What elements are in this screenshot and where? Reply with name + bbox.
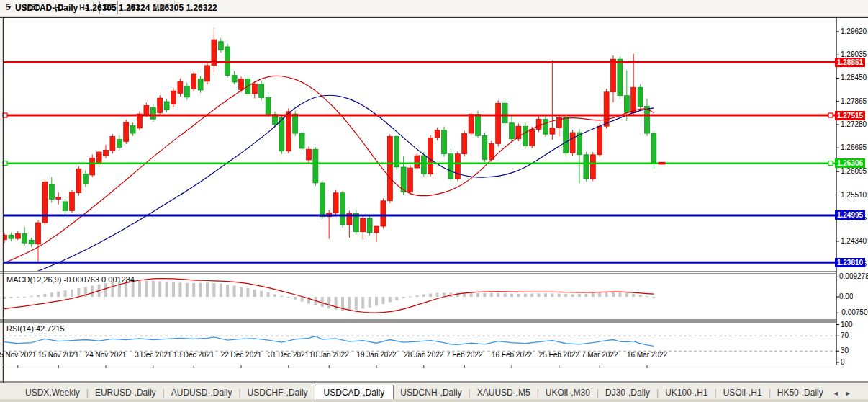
chart-tab-uk100-h1[interactable]: UK100-,H1 (659, 385, 714, 400)
macd-histogram-bar (50, 292, 53, 297)
macd-histogram-bar (470, 293, 473, 297)
macd-histogram-bar (294, 297, 297, 300)
macd-histogram-bar (321, 297, 324, 307)
macd-histogram-bar (578, 294, 581, 297)
candle-body (638, 87, 643, 106)
candle-body (252, 84, 257, 94)
candle-body (110, 136, 115, 151)
tab-scroll-right-icon[interactable]: ► (842, 387, 854, 400)
price-tick-label: 1.27280 (841, 120, 867, 128)
macd-histogram-bar (260, 291, 263, 297)
rsi-tick-label: 70 (841, 331, 849, 339)
candle-body (104, 150, 109, 156)
price-level-badge: 1.27515 (835, 111, 865, 120)
macd-tick-label: 0.00 (839, 292, 853, 300)
candle-body (49, 184, 54, 199)
macd-histogram-bar (233, 286, 236, 297)
macd-histogram-bar (17, 297, 19, 298)
candle-body (448, 154, 453, 179)
macd-histogram-bar (402, 297, 405, 298)
date-tick-label: 22 Dec 2021 (218, 351, 264, 359)
macd-histogram-bar (111, 282, 114, 297)
price-tick-label: 1.27865 (841, 97, 867, 105)
macd-histogram-bar (43, 294, 46, 297)
macd-histogram-bar (152, 281, 155, 297)
macd-histogram-bar (551, 293, 553, 297)
chart-graphics (0, 0, 868, 402)
macd-histogram-bar (530, 294, 533, 297)
macd-histogram-bar (415, 295, 418, 297)
macd-histogram-bar (192, 283, 195, 297)
candle-body (428, 138, 433, 174)
macd-histogram-bar (178, 282, 181, 297)
chart-tab-audusd-daily[interactable]: AUDUSD-,Daily (165, 385, 239, 400)
candle-body (523, 126, 528, 146)
chart-menu-triangle-icon[interactable]: ▼ (6, 4, 12, 11)
macd-histogram-bar (172, 282, 175, 297)
candle-body (9, 235, 14, 238)
date-tick-label: 10 Jan 2022 (306, 351, 352, 359)
macd-histogram-bar (524, 294, 527, 297)
macd-histogram-bar (497, 293, 499, 297)
candle-body (502, 103, 507, 123)
macd-histogram-bar (584, 294, 587, 297)
tab-scroll-left-icon[interactable]: ◄ (830, 387, 842, 400)
macd-histogram-bar (327, 297, 330, 308)
macd-histogram-bar (273, 294, 276, 297)
candle-body (510, 123, 515, 139)
macd-indicator-label: MACD(12,26,9) -0.000763 0.001284 (6, 275, 135, 284)
candle-body (604, 92, 609, 126)
candle-body (293, 114, 298, 133)
bottom-edge (0, 399, 868, 402)
line-handle[interactable] (828, 113, 833, 117)
chart-tab-hk50-daily[interactable]: HK50-,Daily (771, 385, 830, 400)
candle-body (205, 66, 210, 81)
candle-body (421, 156, 426, 174)
candle-body (198, 79, 203, 90)
chart-tab-usdx-weekly[interactable]: USDX,Weekly (19, 385, 86, 400)
candle-body (387, 136, 392, 200)
price-level-badge: 1.23810 (835, 258, 865, 267)
macd-tick-label: 0.009278 (839, 272, 868, 280)
candle-body (130, 126, 135, 133)
chart-tab-ukoil-m30[interactable]: UKOil-,M30 (539, 385, 597, 400)
price-level-badge: 1.28851 (835, 58, 865, 67)
macd-histogram-bar (381, 297, 384, 304)
chart-tab-usoil-h1[interactable]: USOil-,H1 (717, 385, 769, 400)
price-tick-label: 1.25510 (841, 191, 867, 199)
macd-histogram-bar (267, 292, 270, 297)
macd-histogram-bar (348, 297, 351, 311)
candle-body (496, 103, 501, 143)
macd-histogram-bar (510, 294, 513, 297)
date-tick-label: 16 Feb 2022 (489, 351, 535, 359)
candle-body (286, 112, 291, 151)
line-handle[interactable] (828, 161, 833, 166)
macd-histogram-bar (226, 285, 229, 297)
candle-body (489, 143, 494, 159)
chart-tab-dj30-daily[interactable]: DJ30-,Daily (599, 385, 656, 400)
macd-histogram-bar (592, 293, 595, 297)
macd-histogram-bar (375, 297, 378, 305)
macd-histogram-bar (253, 290, 256, 297)
chart-tab-usdcad-daily[interactable]: USDCAD-,Daily (315, 385, 394, 400)
candle-body (184, 86, 189, 97)
chart-tab-usdchf-daily[interactable]: USDCHF-,Daily (241, 385, 315, 400)
chart-tab-eurusd-daily[interactable]: EURUSD-,Daily (89, 385, 163, 400)
macd-histogram-bar (287, 297, 290, 298)
macd-histogram-bar (64, 290, 67, 297)
candle-body (299, 133, 304, 148)
price-level-badge: 1.26306 (835, 158, 865, 168)
candle-body (307, 149, 312, 160)
candle-body (144, 106, 149, 115)
candle-body (631, 87, 636, 112)
macd-histogram-bar (490, 293, 493, 297)
chart-tab-usdcnh-daily[interactable]: USDCNH-,Daily (394, 385, 468, 400)
candle-body (415, 156, 420, 168)
current-price-mark (658, 162, 665, 165)
candle-body (618, 59, 623, 96)
macd-histogram-bar (429, 294, 432, 297)
price-tick-label: 1.24340 (841, 237, 867, 245)
chart-tab-xauusd-m5[interactable]: XAUUSD-,M5 (471, 385, 537, 400)
rsi-layer (4, 336, 836, 351)
price-tick-label: 1.29620 (841, 27, 867, 35)
